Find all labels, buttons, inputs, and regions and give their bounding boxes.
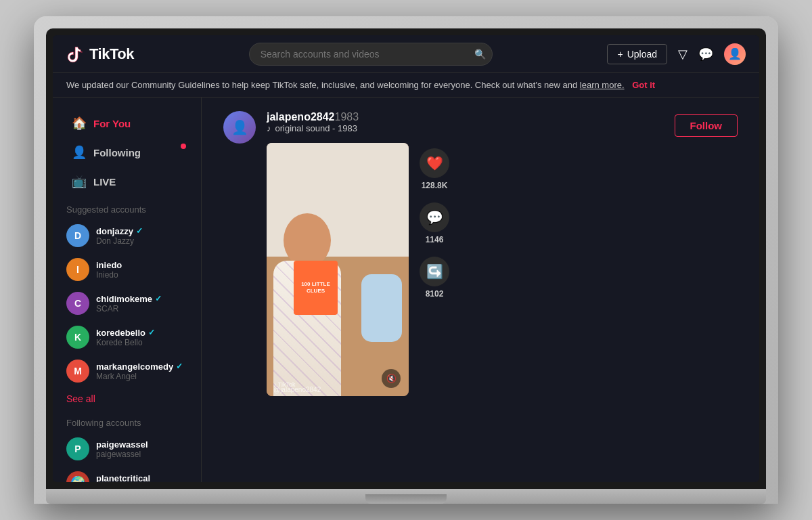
sidebar: 🏠 For You 👤 Following 📺 LIVE	[53, 98, 202, 482]
avatar-donjazzy: D	[66, 224, 89, 247]
plus-icon: +	[617, 49, 623, 60]
banner-got-it[interactable]: Got it	[632, 80, 655, 90]
top-nav: TikTok 🔍 + Upload ▽ 💬	[53, 35, 759, 73]
suggested-account-iniedo[interactable]: I iniedo Iniedo	[53, 253, 201, 286]
mute-icon: 🔇	[386, 374, 397, 383]
follow-button[interactable]: Follow	[675, 114, 738, 137]
display-paigewassel: paigewassel	[96, 450, 187, 459]
mute-button[interactable]: 🔇	[382, 369, 401, 388]
display-donjazzy: Don Jazzy	[96, 236, 187, 246]
share-icon: ↪️	[426, 263, 443, 280]
video-author-avatar[interactable]: 👤	[223, 111, 256, 144]
video-thumbnail-inner: 100 LITTLE CLUES ♪ TikTok @jalapeno2842	[267, 143, 409, 396]
suggested-account-chidimokeme[interactable]: C chidimokeme ✓ SCAR	[53, 286, 201, 320]
username-chidimokeme: chidimokeme ✓	[96, 294, 187, 304]
suggested-account-markangelcomedy[interactable]: M markangelcomedy ✓ Mark Angel	[53, 354, 201, 388]
live-icon: 📺	[72, 174, 87, 189]
suggested-account-donjazzy[interactable]: D donjazzy ✓ Don Jazzy	[53, 219, 201, 253]
display-chidimokeme: SCAR	[96, 304, 187, 313]
like-button[interactable]: ❤️ 128.8K	[420, 148, 449, 190]
username-paigewassel: paigewassel	[96, 439, 187, 450]
verified-icon-chidimokeme: ✓	[155, 294, 162, 303]
upload-label: Upload	[627, 49, 657, 60]
person-icon: 👤	[72, 145, 87, 160]
username-iniedo: iniedo	[96, 260, 187, 270]
suggested-account-koredebello[interactable]: K koredebello ✓ Korede Bello	[53, 320, 201, 354]
avatar-chidimokeme: C	[66, 292, 89, 315]
video-actions: ❤️ 128.8K 💬 1146	[420, 143, 449, 299]
sidebar-item-for-you[interactable]: 🏠 For You	[58, 109, 196, 137]
heart-icon-circle: ❤️	[420, 148, 449, 178]
message-icon-btn[interactable]: 💬	[698, 47, 713, 62]
scene-baby	[361, 274, 402, 342]
comment-icon-circle: 💬	[420, 202, 449, 232]
video-content-area: 100 LITTLE CLUES ♪ TikTok @jalapeno2842	[267, 143, 738, 396]
scene-book: 100 LITTLE CLUES	[294, 261, 338, 315]
comment-icon: 💬	[426, 209, 443, 225]
video-overlay-username: @jalapeno2842	[273, 386, 321, 393]
avatar-iniedo: I	[66, 258, 89, 281]
following-badge	[181, 144, 186, 149]
share-button[interactable]: ↪️ 8102	[420, 257, 449, 299]
username-donjazzy: donjazzy ✓	[96, 226, 187, 236]
laptop-notch	[365, 494, 447, 504]
following-account-planetcritical[interactable]: 🌍 planetcritical Planet: Critical	[53, 466, 201, 482]
username-koredebello: koredebello ✓	[96, 328, 187, 338]
video-header: jalapeno28421983 ♪ original sound - 1983…	[267, 111, 738, 140]
heart-icon: ❤️	[426, 155, 443, 171]
following-accounts-title: Following accounts	[53, 410, 201, 432]
video-username[interactable]: jalapeno28421983	[267, 111, 359, 123]
likes-count: 128.8K	[422, 181, 448, 190]
following-account-paigewassel[interactable]: P paigewassel paigewassel	[53, 432, 201, 466]
display-koredebello: Korede Bello	[96, 338, 187, 347]
sidebar-label-following: Following	[93, 147, 141, 158]
scene-person-head	[284, 213, 331, 267]
username-planetcritical: planetcritical	[96, 473, 187, 483]
share-icon-circle: ↪️	[420, 257, 449, 286]
verified-icon-donjazzy: ✓	[136, 226, 143, 236]
username-markangelcomedy: markangelcomedy ✓	[96, 362, 187, 372]
banner-text: We updated our Community Guidelines to h…	[66, 80, 577, 90]
filter-icon-btn[interactable]: ▽	[678, 47, 687, 62]
search-input[interactable]	[249, 43, 493, 66]
main-feed: 👤 jalapeno28421983	[202, 98, 759, 482]
avatar-markangelcomedy: M	[66, 360, 89, 383]
logo-area[interactable]: TikTok	[66, 45, 134, 64]
laptop-bottom	[46, 489, 766, 504]
upload-button[interactable]: + Upload	[607, 44, 667, 64]
comment-button[interactable]: 💬 1146	[420, 202, 449, 244]
home-icon: 🏠	[72, 116, 87, 131]
verified-icon-markangelcomedy: ✓	[176, 362, 183, 371]
verified-icon-koredebello: ✓	[148, 328, 155, 337]
message-icon: 💬	[698, 47, 713, 62]
user-avatar[interactable]: 👤	[724, 43, 746, 65]
avatar-planetcritical: 🌍	[66, 471, 89, 482]
video-thumbnail[interactable]: 100 LITTLE CLUES ♪ TikTok @jalapeno2842	[267, 143, 409, 396]
shares-count: 8102	[426, 289, 444, 299]
avatar-koredebello: K	[66, 326, 89, 349]
video-sound: ♪ original sound - 1983	[267, 123, 359, 133]
sidebar-item-live[interactable]: 📺 LIVE	[58, 167, 196, 196]
sidebar-label-for-you: For You	[93, 118, 131, 129]
comments-count: 1146	[426, 235, 444, 244]
see-all-button[interactable]: See all	[53, 388, 201, 410]
app-container: TikTok 🔍 + Upload ▽ 💬	[53, 35, 759, 482]
display-markangelcomedy: Mark Angel	[96, 372, 187, 381]
avatar-image: 👤	[728, 47, 742, 60]
filter-icon: ▽	[678, 47, 687, 62]
sidebar-label-live: LIVE	[93, 176, 116, 188]
suggested-accounts-title: Suggested accounts	[53, 196, 201, 219]
music-note-icon: ♪	[267, 123, 271, 133]
video-info-section: jalapeno28421983 ♪ original sound - 1983…	[267, 111, 738, 396]
community-banner: We updated our Community Guidelines to h…	[53, 73, 759, 98]
nav-right: + Upload ▽ 💬 👤	[607, 43, 746, 65]
banner-link[interactable]: learn more.	[580, 80, 625, 90]
sidebar-item-following[interactable]: 👤 Following	[58, 138, 196, 167]
avatar-paigewassel: P	[66, 437, 89, 460]
video-card: 👤 jalapeno28421983	[223, 111, 738, 396]
search-bar: 🔍	[249, 43, 493, 66]
tiktok-logo-icon	[66, 45, 85, 64]
main-layout: 🏠 For You 👤 Following 📺 LIVE	[53, 98, 759, 482]
search-icon-btn[interactable]: 🔍	[474, 49, 486, 60]
logo-text: TikTok	[89, 45, 134, 63]
